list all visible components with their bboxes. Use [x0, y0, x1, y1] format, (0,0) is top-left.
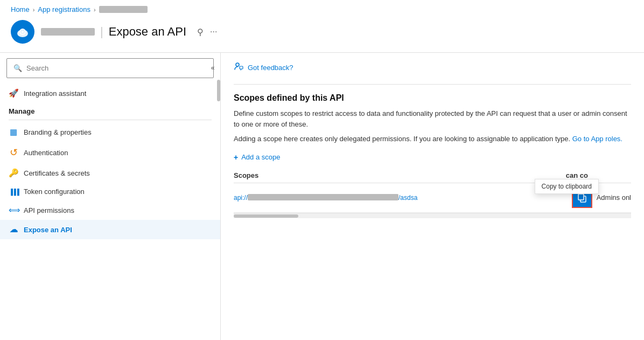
main-layout: 🔍 « 🚀 Integration assistant Manage ▦ Bra… [0, 53, 644, 340]
svg-rect-4 [240, 66, 243, 69]
search-input[interactable] [26, 64, 207, 72]
feedback-icon [234, 61, 243, 73]
scopes-column-header: Scopes [234, 171, 566, 179]
plus-icon: + [234, 153, 238, 162]
sidebar-item-expose-api[interactable]: ☁ Expose an API [0, 220, 220, 239]
sidebar-search[interactable]: 🔍 [6, 58, 214, 78]
branding-label: Branding & properties [24, 128, 92, 136]
integration-assistant-label: Integration assistant [24, 89, 86, 98]
table-row: api:// /asdsa Copy to clipboard Admins o… [234, 183, 631, 213]
scopes-desc-1: Define custom scopes to restrict access … [234, 108, 631, 129]
api-permissions-label: API permissions [24, 206, 74, 214]
svg-point-2 [22, 31, 24, 33]
certificate-icon: 🔑 [9, 168, 18, 178]
svg-rect-6 [578, 194, 584, 200]
authentication-icon: ↺ [9, 147, 18, 158]
authentication-label: Authentication [24, 149, 68, 157]
header-actions: ⚲ ··· [197, 27, 217, 37]
can-consent-column-header: can co [566, 171, 588, 179]
add-scope-label: Add a scope [241, 153, 280, 161]
breadcrumb-current [99, 6, 148, 13]
breadcrumb-sep-1: › [33, 6, 35, 13]
sidebar-item-api-permissions[interactable]: ⟺ API permissions [0, 200, 220, 220]
horizontal-scrollbar[interactable] [234, 213, 631, 218]
admins-only-label: Admins onl [592, 193, 631, 202]
expose-api-label: Expose an API [24, 226, 72, 234]
search-icon: 🔍 [13, 64, 22, 72]
app-roles-link[interactable]: Go to App roles. [572, 135, 622, 143]
branding-icon: ▦ [9, 127, 18, 137]
copy-tooltip: Copy to clipboard [535, 179, 599, 194]
breadcrumb-sep-2: › [94, 6, 96, 13]
svg-point-3 [236, 63, 239, 66]
feedback-bar[interactable]: Got feedback? [234, 61, 631, 73]
sidebar-item-authentication[interactable]: ↺ Authentication [0, 142, 220, 163]
collapse-button[interactable]: « [205, 60, 220, 75]
rocket-icon: 🚀 [9, 88, 18, 98]
more-options-icon[interactable]: ··· [210, 27, 217, 37]
sidebar-item-certificates[interactable]: 🔑 Certificates & secrets [0, 163, 220, 183]
page-title: Expose an API [109, 25, 186, 39]
expose-api-icon: ☁ [9, 225, 18, 234]
scope-url: api:// /asdsa [234, 194, 572, 202]
app-name-blurred [41, 28, 95, 36]
add-scope-button[interactable]: + Add a scope [234, 153, 631, 162]
sidebar-divider [9, 120, 212, 120]
sidebar-item-branding[interactable]: ▦ Branding & properties [0, 122, 220, 142]
breadcrumb-home[interactable]: Home [11, 5, 30, 13]
feedback-text[interactable]: Got feedback? [248, 64, 293, 72]
header-name-row: | Expose an API [41, 25, 186, 39]
scrollbar-thumb[interactable] [234, 214, 298, 218]
scopes-desc-2: Adding a scope here creates only delegat… [234, 134, 631, 144]
breadcrumb-app-registrations[interactable]: App registrations [38, 5, 90, 13]
token-label: Token configuration [24, 188, 85, 196]
sidebar-item-integration-assistant[interactable]: 🚀 Integration assistant [0, 84, 220, 103]
app-icon [11, 20, 34, 44]
sidebar-manage-label: Manage [0, 103, 220, 117]
pin-icon[interactable]: ⚲ [197, 27, 204, 37]
certificates-label: Certificates & secrets [24, 169, 90, 177]
scopes-title: Scopes defined by this API [234, 93, 631, 103]
content-area: Got feedback? Scopes defined by this API… [221, 53, 644, 340]
sidebar-scroll-indicator[interactable] [217, 80, 220, 101]
api-permissions-icon: ⟺ [9, 205, 18, 215]
sidebar-item-token[interactable]: ▐▐▐ Token configuration [0, 183, 220, 200]
breadcrumb: Home › App registrations › [0, 0, 644, 17]
sidebar: 🔍 « 🚀 Integration assistant Manage ▦ Bra… [0, 53, 221, 340]
token-icon: ▐▐▐ [9, 189, 18, 195]
page-header: | Expose an API ⚲ ··· [0, 17, 644, 53]
